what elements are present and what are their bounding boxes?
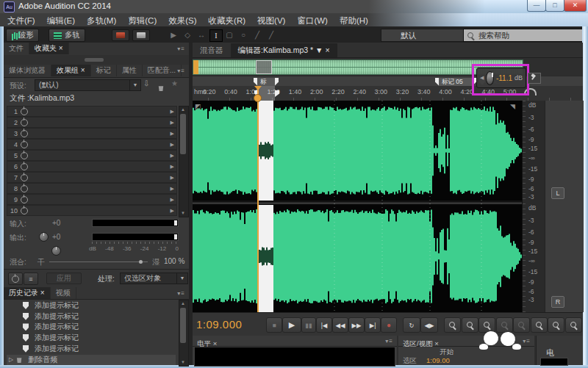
playhead[interactable] xyxy=(257,86,259,312)
chevron-right-icon[interactable]: ▶ xyxy=(171,109,174,115)
close-button[interactable]: ✕ xyxy=(564,0,587,12)
history-item-3[interactable]: 添加提示标记 xyxy=(7,333,176,343)
rack-tab-4[interactable]: 匹配音... xyxy=(143,65,182,76)
multitrack-view-button[interactable]: 多轨 xyxy=(49,29,85,42)
panel-menu-icon[interactable]: ▾≡ xyxy=(385,338,393,344)
maximize-button[interactable]: □ xyxy=(545,0,564,12)
chevron-down-icon[interactable]: ▼ xyxy=(129,80,140,90)
input-gain-knob[interactable] xyxy=(39,232,49,242)
minimize-button[interactable]: — xyxy=(527,0,546,12)
marker-flag-left-icon[interactable] xyxy=(254,78,257,86)
menu-item-7[interactable]: 窗口(W) xyxy=(291,14,334,27)
rack-tab-2[interactable]: 标记 xyxy=(91,65,117,76)
history-item-1[interactable]: 添加提示标记 xyxy=(7,311,176,322)
waveform-display[interactable]: ◩ ◥ xyxy=(193,101,522,312)
scrollbar-thumb[interactable] xyxy=(180,114,186,154)
chevron-right-icon[interactable]: ▶ xyxy=(171,164,174,170)
zoom-in-button[interactable] xyxy=(444,317,461,333)
rack-power-button[interactable] xyxy=(8,273,23,285)
effect-slot-9[interactable]: 9▶ xyxy=(7,194,177,205)
effect-slot-10[interactable]: 10▶ xyxy=(7,205,177,216)
chevron-right-icon[interactable]: ▶ xyxy=(171,153,174,159)
power-icon[interactable] xyxy=(21,207,28,214)
apply-button[interactable]: 应用 xyxy=(46,273,82,284)
power-icon[interactable] xyxy=(21,196,28,203)
tool-icon-0[interactable]: ▶ xyxy=(168,29,179,40)
chevron-down-icon[interactable]: ▼ xyxy=(176,273,187,284)
save-preset-icon[interactable]: ⇩ xyxy=(143,79,149,87)
tool-icon-7[interactable]: ╱ xyxy=(265,29,277,40)
power-icon[interactable] xyxy=(21,108,28,115)
scrollbar-thumb[interactable] xyxy=(180,308,186,343)
rack-tab-0[interactable]: 媒体浏览器 xyxy=(4,65,51,76)
history-item-2[interactable]: 添加提示标记 xyxy=(7,322,176,332)
zoom-selection-full-button[interactable] xyxy=(565,317,582,333)
zoom-in-right-button[interactable] xyxy=(548,317,564,333)
corner-resize-icon[interactable]: ◥ xyxy=(510,103,515,110)
effect-slot-6[interactable]: 6▶ xyxy=(7,161,177,172)
menu-item-8[interactable]: 帮助(H) xyxy=(334,14,374,27)
playhead-handle[interactable] xyxy=(254,94,262,102)
panel-tab-1[interactable]: 收藏夹 × xyxy=(29,43,69,54)
panel-menu-icon[interactable]: ▾≡ xyxy=(177,68,185,74)
power-icon[interactable] xyxy=(21,119,28,126)
delete-preset-icon[interactable] xyxy=(158,84,164,91)
scroll-up-icon[interactable]: ▲ xyxy=(179,107,187,113)
rewind-button[interactable]: ◀◀ xyxy=(332,317,348,333)
channel-left-button[interactable]: L xyxy=(551,187,564,199)
search-help-input[interactable]: 搜索帮助 xyxy=(463,29,588,42)
skip-cursor-button[interactable]: ◀▶ xyxy=(420,317,438,333)
tool-icon-2[interactable]: ↔ xyxy=(196,29,207,40)
marker-flag-right-icon[interactable] xyxy=(275,78,279,86)
fast-forward-button[interactable]: ▶▶ xyxy=(348,317,365,333)
panel-menu-icon[interactable]: ▾≡ xyxy=(177,46,185,52)
overview-range-handle[interactable] xyxy=(193,60,198,74)
history-tab-0[interactable]: 历史记录 × xyxy=(4,287,51,299)
chevron-right-icon[interactable]: ▶ xyxy=(171,120,174,126)
scroll-down-icon[interactable]: ▼ xyxy=(179,210,187,217)
effect-slot-1[interactable]: 1▶ xyxy=(7,106,177,117)
chevron-right-icon[interactable]: ▶ xyxy=(171,142,174,148)
effect-slot-3[interactable]: 3▶ xyxy=(7,128,177,139)
rack-list-button[interactable]: ≡ xyxy=(24,273,38,285)
process-dropdown[interactable]: 仅选区对象 ▼ xyxy=(120,273,188,284)
tool-icon-5[interactable]: ○ xyxy=(237,29,249,40)
panel-grip[interactable] xyxy=(85,58,104,62)
selection-start-value[interactable]: 1:09.00 xyxy=(426,356,450,364)
menu-item-4[interactable]: 效果(S) xyxy=(162,14,202,27)
power-icon[interactable] xyxy=(21,163,28,170)
stop-button[interactable]: ■ xyxy=(266,317,282,333)
skip-to-end-button[interactable]: ▶| xyxy=(365,317,381,333)
editor-tab-0[interactable]: 混音器 xyxy=(193,43,231,57)
tool-icon-3[interactable]: I xyxy=(209,29,223,42)
chevron-right-icon[interactable]: ▶ xyxy=(171,175,174,181)
menu-item-3[interactable]: 剪辑(C) xyxy=(122,14,162,27)
hud-pin-button[interactable] xyxy=(528,73,541,84)
pause-button[interactable]: ▮▮ xyxy=(301,317,316,333)
effect-slot-5[interactable]: 5▶ xyxy=(7,150,177,161)
mix-slider-track[interactable] xyxy=(49,261,148,262)
history-item-0[interactable]: 添加提示标记 xyxy=(7,300,176,311)
scroll-down-icon[interactable]: ▼ xyxy=(179,359,187,366)
chevron-right-icon[interactable]: ▶ xyxy=(171,208,174,214)
selection-view-tab[interactable]: 选区/视图 × xyxy=(398,339,439,349)
scroll-up-icon[interactable]: ▲ xyxy=(179,300,187,307)
tool-icon-4[interactable]: ▢ xyxy=(223,29,235,40)
power-icon[interactable] xyxy=(21,174,28,181)
waveform-view-button[interactable]: 波形 xyxy=(6,29,39,42)
favorite-star-icon[interactable]: ★ xyxy=(171,79,178,87)
power-icon[interactable] xyxy=(21,185,28,192)
rack-tab-1[interactable]: 效果组 × xyxy=(51,65,91,76)
rack-tab-3[interactable]: 属性 xyxy=(117,65,143,76)
tool-icon-1[interactable]: ◇ xyxy=(182,29,193,40)
preset-dropdown[interactable]: (默认) ▼ xyxy=(35,79,141,91)
spectral-display-button[interactable] xyxy=(112,29,129,41)
skip-to-start-button[interactable]: |◀ xyxy=(316,317,332,333)
panel-menu-icon[interactable]: ▾≡ xyxy=(177,290,185,297)
menu-item-0[interactable]: 文件(F) xyxy=(1,14,41,27)
history-item-4[interactable]: 添加提示标记 xyxy=(7,344,176,354)
power-icon[interactable] xyxy=(21,130,28,137)
zoom-out-button[interactable] xyxy=(462,317,478,333)
power-icon[interactable] xyxy=(21,141,28,148)
editor-tab-1[interactable]: 编辑器:Kalimba.mp3 * ▼ × xyxy=(231,43,337,57)
